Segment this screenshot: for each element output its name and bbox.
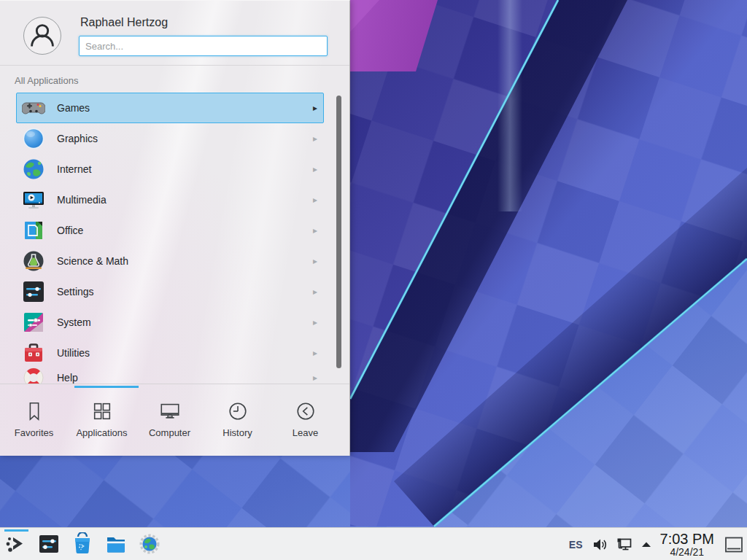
category-science-math[interactable]: Science & Math ▸ (16, 246, 324, 276)
tab-favorites[interactable]: Favorites (0, 388, 68, 456)
clock-date: 4/24/21 (660, 547, 714, 558)
submenu-chevron-icon: ▸ (313, 225, 317, 236)
submenu-chevron-icon: ▸ (313, 373, 317, 383)
category-office[interactable]: Office ▸ (16, 215, 324, 246)
submenu-chevron-icon: ▸ (313, 256, 317, 266)
application-launcher-menu: Raphael Hertzog All Applications Games ▸ (0, 0, 350, 456)
tab-applications[interactable]: Applications (68, 388, 136, 456)
tab-history[interactable]: History (204, 388, 271, 456)
category-settings[interactable]: Settings ▸ (16, 276, 324, 307)
tab-computer[interactable]: Computer (136, 388, 204, 456)
section-label: All Applications (15, 75, 78, 86)
category-label: Games (57, 102, 90, 114)
user-icon (24, 18, 61, 54)
submenu-chevron-icon: ▸ (313, 133, 317, 144)
tab-label: Leave (293, 427, 318, 438)
category-label: Multimedia (57, 194, 107, 206)
discover-bag-icon (71, 532, 94, 556)
clock-icon (227, 400, 249, 422)
grid-icon (91, 400, 113, 422)
category-system[interactable]: System ▸ (16, 307, 324, 338)
submenu-chevron-icon: ▸ (313, 348, 317, 358)
category-label: Science & Math (57, 255, 128, 267)
category-help[interactable]: Help ▸ (16, 362, 324, 384)
bookmark-icon (23, 400, 45, 422)
launcher-tabbar: Favorites Applications Computer (0, 388, 350, 456)
category-multimedia[interactable]: Multimedia ▸ (16, 184, 324, 215)
toolbox-icon (22, 341, 45, 365)
network-icon[interactable] (616, 536, 633, 553)
file-manager-folder-icon (104, 532, 128, 556)
submenu-chevron-icon: ▸ (313, 195, 317, 205)
category-label: Help (57, 372, 78, 384)
taskbar-discover[interactable] (66, 528, 99, 560)
tab-label: Computer (149, 427, 190, 438)
system-sliders-icon (22, 311, 45, 334)
leave-icon (295, 400, 317, 422)
sliders-icon (22, 280, 45, 303)
volume-icon[interactable] (592, 536, 609, 553)
tabbar-divider (0, 384, 349, 384)
desktop: Raphael Hertzog All Applications Games ▸ (0, 0, 747, 560)
keyboard-layout-indicator[interactable]: ES (569, 539, 583, 551)
gamepad-icon (22, 96, 45, 120)
list-scrollbar[interactable] (336, 96, 341, 368)
header-divider (0, 65, 349, 66)
expand-tray-caret-icon[interactable] (640, 538, 653, 551)
system-tray: ES 7:03 PM 4/24/21 (569, 528, 747, 560)
category-internet[interactable]: Internet ▸ (16, 154, 324, 184)
tab-label: History (222, 427, 252, 438)
monitor-play-icon (22, 188, 45, 211)
show-desktop-button[interactable] (724, 536, 743, 553)
submenu-chevron-icon: ▸ (313, 287, 317, 297)
tab-label: Applications (76, 427, 127, 438)
taskbar-panel: ES 7:03 PM 4/24/21 (0, 527, 747, 560)
web-browser-globe-icon (138, 532, 161, 556)
tab-leave[interactable]: Leave (271, 388, 339, 456)
system-settings-icon (37, 532, 61, 556)
search-input[interactable] (79, 36, 328, 56)
computer-icon (159, 400, 181, 422)
category-label: Utilities (57, 347, 90, 359)
flask-icon (22, 249, 45, 273)
submenu-chevron-icon: ▸ (313, 164, 317, 174)
globe-icon (22, 158, 45, 181)
submenu-chevron-icon: ▸ (313, 317, 317, 327)
category-label: Office (57, 225, 83, 236)
category-games[interactable]: Games ▸ (16, 93, 324, 123)
category-list: Games ▸ Graphics ▸ (0, 88, 350, 384)
category-label: Internet (57, 163, 91, 175)
user-name: Raphael Hertzog (80, 16, 168, 29)
category-graphics[interactable]: Graphics ▸ (16, 123, 324, 154)
lifebuoy-icon (22, 366, 45, 384)
user-avatar[interactable] (23, 17, 61, 55)
category-label: Graphics (57, 133, 98, 144)
kde-launcher-icon (4, 532, 28, 556)
taskbar-file-manager[interactable] (99, 528, 133, 560)
submenu-chevron-icon: ▸ (313, 103, 317, 113)
application-launcher-button[interactable] (0, 528, 32, 560)
document-icon (22, 219, 45, 242)
digital-clock[interactable]: 7:03 PM 4/24/21 (660, 532, 714, 558)
taskbar-web-browser[interactable] (133, 528, 166, 560)
category-label: Settings (57, 286, 94, 298)
taskbar-system-settings[interactable] (32, 528, 66, 560)
clock-time: 7:03 PM (660, 532, 714, 547)
category-label: System (57, 316, 91, 328)
sphere-icon (22, 127, 45, 150)
tab-label: Favorites (15, 427, 53, 438)
launcher-active-indicator (4, 529, 28, 532)
